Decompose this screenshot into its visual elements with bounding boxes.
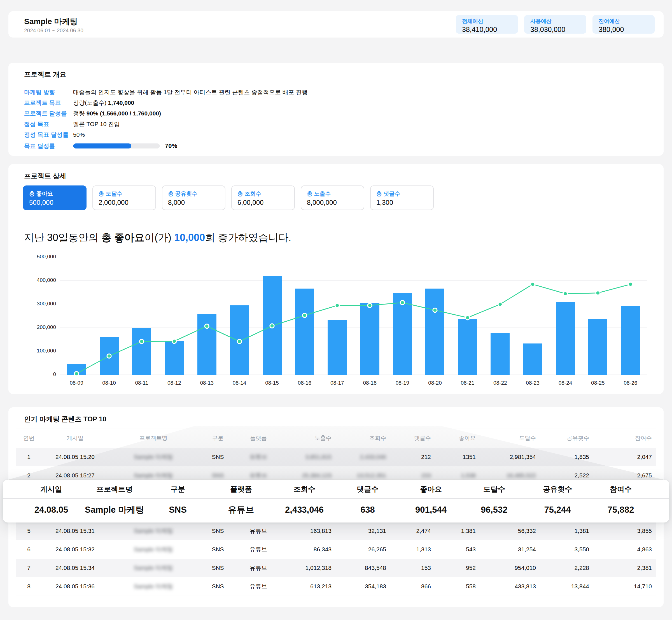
table-row[interactable]: 124.08.05 15:20Sample 마케팅SNS유튜브3,851,815… (16, 448, 656, 466)
table-cell: 24.08.05 15:32 (42, 546, 109, 553)
chart-bar[interactable] (393, 293, 412, 375)
chart-gridline (60, 257, 647, 257)
overview-row-label: 프로젝트 달성률 (24, 110, 73, 117)
chart-bar[interactable] (198, 314, 216, 375)
stat-card[interactable]: 총 좋아요500,000 (23, 186, 87, 210)
table-cell: Sample 마케팅 (109, 527, 198, 535)
table-header-row: 연번게시일프로젝트명구분플랫폼노출수조회수댓글수좋아요도달수공유횟수참여수 (16, 428, 656, 448)
table-header-cell: 참여수 (593, 434, 656, 442)
budget-label: 잔여예산 (599, 18, 649, 25)
table-row[interactable]: 624.08.05 15:32Sample 마케팅SNS유튜브86,34326,… (16, 540, 656, 559)
overview-row-label: 프로젝트 목표 (24, 99, 73, 107)
table-header-cell: 댓글수 (390, 434, 435, 442)
chart-bar[interactable] (425, 289, 444, 375)
overlay-value-cell: 75,244 (526, 505, 589, 515)
x-axis-label: 08-18 (354, 380, 386, 386)
progress-fill (73, 144, 131, 149)
x-axis-label: 08-12 (158, 380, 190, 386)
table-cell: 2,675 (593, 472, 656, 479)
table-cell: 24.08.05 15:34 (42, 565, 109, 571)
stat-card[interactable]: 총 조회수6,00,000 (231, 186, 295, 210)
table-bottom-divider (16, 596, 656, 596)
chart-bar[interactable] (100, 337, 119, 375)
x-axis-label: 08-23 (517, 380, 549, 386)
table-cell: 952 (435, 565, 480, 571)
overview-row: 정성 목표멜론 TOP 10 진입 (24, 119, 648, 130)
chart-bar[interactable] (588, 319, 607, 375)
table-row[interactable]: 724.08.05 15:34Sample 마케팅SNS유튜브1,012,318… (16, 559, 656, 577)
stat-value: 500,000 (29, 199, 80, 206)
overview-row-text: 대중들의 인지도 향상을 위해 활동 1달 전부터 아티스트 관련 콘텐츠 중점… (73, 89, 308, 95)
chart-bar[interactable] (295, 289, 314, 375)
table-row[interactable]: 824.08.05 15:36Sample 마케팅SNS유튜브613,21335… (16, 577, 656, 596)
budget-chip: 사용예산38,030,000 (524, 15, 586, 34)
table-cell: 354,183 (335, 583, 390, 590)
table-cell: 3,855 (593, 527, 656, 534)
overview-row-text: 멜론 TOP 10 진입 (73, 121, 120, 127)
table-cell: 유튜브 (237, 471, 279, 479)
table-cell: 56,332 (480, 527, 540, 534)
chart-bar[interactable] (621, 306, 640, 375)
table-cell: Sample 마케팅 (109, 582, 198, 590)
chart-bar[interactable] (556, 302, 575, 375)
table-cell: 유튜브 (237, 527, 279, 535)
table-cell: 1 (16, 454, 42, 460)
table-cell: 153 (390, 472, 435, 479)
stat-card[interactable]: 총 노출수8,000,000 (301, 186, 364, 210)
stat-card[interactable]: 총 공유횟수8,000 (162, 186, 225, 210)
chart-bar[interactable] (458, 319, 477, 375)
chart-bar[interactable] (328, 320, 347, 375)
table-cell: 954,010 (480, 565, 540, 571)
overview-row-value: 정량 90% (1,566,000 / 1,760,000) (73, 110, 161, 117)
overview-row: 프로젝트 달성률정량 90% (1,566,000 / 1,760,000) (24, 108, 648, 119)
table-header-cell: 구분 (198, 434, 237, 442)
table-cell: 2,474 (390, 527, 435, 534)
overview-row-text: 정량(노출수) (73, 99, 108, 106)
overview-row: 프로젝트 목표정량(노출수) 1,740,000 (24, 98, 648, 108)
overlay-value-cell: 901,544 (399, 505, 462, 515)
chart-bar[interactable] (360, 303, 379, 375)
chart-bar[interactable] (132, 328, 151, 375)
chart-bar[interactable] (165, 341, 184, 375)
table-cell: 1,012,318 (279, 565, 335, 571)
budget-value: 38,030,000 (530, 25, 580, 34)
progress-track (73, 144, 160, 149)
table-header-cell: 연번 (16, 434, 42, 442)
table-header-cell: 노출수 (279, 434, 335, 442)
overview-row: 정성 목표 달성률50% (24, 130, 648, 140)
overview-row-label: 마케팅 방향 (24, 88, 73, 96)
stat-card[interactable]: 총 댓글수1,300 (370, 186, 434, 210)
overview-title: 프로젝트 개요 (24, 70, 66, 79)
table-cell: 26,265 (335, 546, 390, 553)
table-cell: 5 (16, 527, 42, 534)
table-cell: 2 (16, 472, 42, 479)
table-cell: 2,522 (540, 472, 593, 479)
table-row[interactable]: 524.08.05 15:31Sample 마케팅SNS유튜브163,81332… (16, 522, 656, 540)
overlay-value-cell: SNS (146, 505, 210, 515)
progress-percent: 70% (165, 142, 177, 150)
stat-label: 총 공유횟수 (168, 190, 219, 198)
table-cell: 4,863 (593, 546, 656, 553)
table-title: 인기 마케팅 콘텐츠 TOP 10 (24, 415, 106, 424)
project-overview-card: 프로젝트 개요 마케팅 방향대중들의 인지도 향상을 위해 활동 1달 전부터 … (8, 63, 664, 156)
chart-bar[interactable] (523, 344, 542, 375)
stat-card[interactable]: 총 도달수2,000,000 (93, 186, 156, 210)
overlay-value-cell: 24.08.05 (19, 505, 83, 515)
chart-bar[interactable] (230, 305, 249, 375)
chart-bar[interactable] (67, 364, 86, 375)
chart-bar[interactable] (491, 333, 510, 375)
x-axis-label: 08-17 (321, 380, 353, 386)
overview-rows: 마케팅 방향대중들의 인지도 향상을 위해 활동 1달 전부터 아티스트 관련 … (24, 87, 648, 152)
x-axis-label: 08-16 (288, 380, 321, 386)
chart-bar[interactable] (263, 276, 282, 375)
table-cell: 유튜브 (237, 546, 279, 553)
y-axis-label: 300,000 (8, 301, 56, 307)
overview-row-value: 대중들의 인지도 향상을 위해 활동 1달 전부터 아티스트 관련 콘텐츠 중점… (73, 88, 308, 96)
summary-sentence: 지난 30일동안의 총 좋아요이(가) 10,000회 증가하였습니다. (24, 231, 291, 245)
table-cell: 6 (16, 546, 42, 553)
x-axis-label: 08-22 (484, 380, 516, 386)
stat-value: 1,300 (376, 199, 428, 206)
overlay-value-cell: 2,433,046 (273, 505, 336, 515)
x-axis-label: 08-24 (549, 380, 581, 386)
stat-label: 총 노출수 (307, 190, 358, 198)
